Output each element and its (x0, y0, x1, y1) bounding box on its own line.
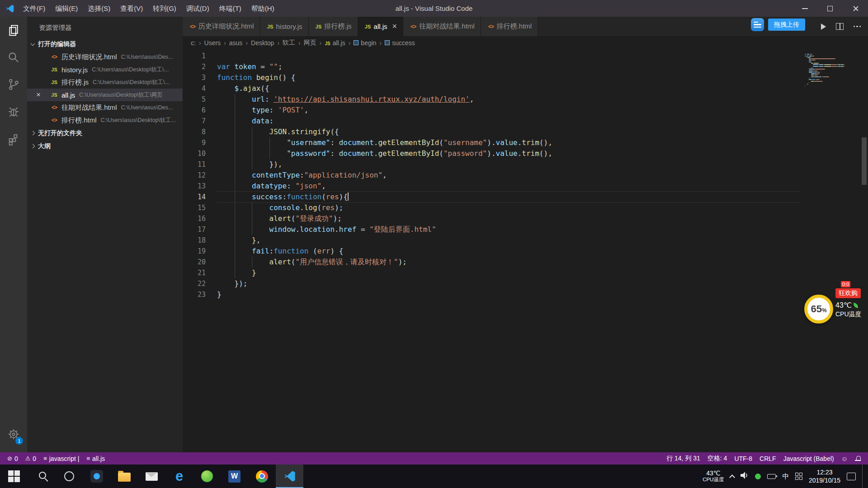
editor-tab[interactable]: all.js× (358, 17, 404, 36)
feedback-smiley-icon[interactable]: ☺ (838, 452, 851, 465)
code-line[interactable]: 1 (183, 51, 800, 61)
line-number[interactable]: 10 (183, 148, 217, 159)
tray-cpu-widget[interactable]: 43℃ CPU温度 (703, 469, 724, 483)
code-line[interactable]: 16 alert("登录成功"); (183, 213, 800, 224)
chat-taskbar-button[interactable] (83, 465, 110, 488)
line-number[interactable]: 14 (183, 192, 217, 202)
editor-tab[interactable]: 历史详细状况.html (183, 17, 260, 36)
breadcrumb-item[interactable]: all.js (325, 39, 345, 47)
line-number[interactable]: 12 (183, 170, 217, 181)
menu-item[interactable]: 转到(G) (148, 0, 181, 17)
clock[interactable]: 12:23 2019/10/15 (809, 468, 840, 484)
code-line[interactable]: 20 alert("用户信息错误，请及时核对！"); (183, 257, 800, 267)
breadcrumb-item[interactable]: 网页 (304, 39, 316, 47)
line-number[interactable]: 11 (183, 159, 217, 170)
code-line[interactable]: 13 datatype: "json", (183, 181, 800, 192)
line-number[interactable]: 18 (183, 235, 217, 246)
code-line[interactable]: 7 data: (183, 116, 800, 127)
code-line[interactable]: 17 window.location.href = "登陆后界面.html" (183, 224, 800, 235)
line-number[interactable]: 1 (183, 51, 217, 61)
maximize-button[interactable] (817, 0, 843, 17)
code-line[interactable]: 18 }, (183, 235, 800, 246)
code-line[interactable]: 19 fail:function (err) { (183, 246, 800, 257)
status-item[interactable]: 空格: 4 (704, 452, 731, 465)
line-number[interactable]: 9 (183, 137, 217, 148)
code-line[interactable]: 5 url: 'https://api.shisanshui.rtxux.xyz… (183, 94, 800, 105)
code-area[interactable]: 12var token = "";3function begin() {4 $.… (183, 51, 800, 452)
editor-scrollbar[interactable] (862, 137, 867, 185)
touch-keyboard-icon[interactable] (795, 473, 802, 480)
menu-item[interactable]: 文件(F) (18, 0, 50, 17)
cpu-usage-gauge[interactable]: 65 % (804, 295, 833, 324)
code-line[interactable]: 6 type: 'POST', (183, 105, 800, 116)
show-desktop-strip[interactable] (862, 465, 864, 488)
line-number[interactable]: 4 (183, 83, 217, 94)
line-number[interactable]: 23 (183, 289, 217, 300)
close-button[interactable] (843, 0, 868, 17)
search-icon[interactable] (0, 44, 27, 71)
code-line[interactable]: 9 "username": document.getElementById("u… (183, 137, 800, 148)
promo-badge[interactable]: 狂欢购 (835, 288, 861, 298)
status-item[interactable]: UTF-8 (731, 452, 756, 465)
word-taskbar-button[interactable] (221, 465, 248, 488)
minimap[interactable] (805, 52, 857, 87)
line-number[interactable]: 20 (183, 257, 217, 267)
code-line[interactable]: 10 "password": document.getElementById("… (183, 148, 800, 159)
open-editor-item[interactable]: 排行榜.htmlC:\Users\asus\Desktop\软工... (27, 114, 183, 127)
settings-gear-icon[interactable]: 1 (0, 421, 27, 448)
debug-icon[interactable] (0, 98, 27, 125)
run-code-icon[interactable] (821, 23, 826, 30)
menu-item[interactable]: 选择(S) (83, 0, 115, 17)
status-item[interactable]: ≡all.js (83, 452, 108, 465)
antivirus-tray-icon[interactable] (755, 474, 761, 479)
line-number[interactable]: 7 (183, 116, 217, 127)
editor-tab[interactable]: 排行榜.js (309, 17, 358, 36)
code-line[interactable]: 14 success:function(res){ (183, 192, 800, 202)
menu-item[interactable]: 终端(T) (214, 0, 246, 17)
green-taskbar-button[interactable] (193, 465, 221, 488)
editor-tab[interactable]: 往期对战结果.html (403, 17, 481, 36)
explorer-taskbar-button[interactable] (110, 465, 138, 488)
split-editor-icon[interactable] (836, 23, 844, 30)
line-number[interactable]: 21 (183, 267, 217, 278)
menu-item[interactable]: 编辑(E) (50, 0, 83, 17)
status-item[interactable]: 行 14, 列 31 (663, 452, 704, 465)
search-taskbar-button[interactable] (28, 465, 55, 488)
menu-item[interactable]: 帮助(H) (246, 0, 279, 17)
editor-tab[interactable]: history.js (260, 17, 309, 36)
mail-taskbar-button[interactable] (138, 465, 165, 488)
line-number[interactable]: 5 (183, 94, 217, 105)
cloud-app-icon[interactable] (751, 18, 764, 31)
breadcrumb-item[interactable]: c: (191, 39, 196, 47)
line-number[interactable]: 13 (183, 181, 217, 192)
open-editor-item[interactable]: 排行榜.jsC:\Users\asus\Desktop\软工\... (27, 76, 183, 89)
start-taskbar-button[interactable] (0, 465, 28, 488)
hardware-tray-icon[interactable] (767, 474, 776, 479)
code-line[interactable]: 21 } (183, 267, 800, 278)
breadcrumb-item[interactable]: begin (354, 39, 376, 47)
breadcrumb-item[interactable]: Users (204, 39, 221, 47)
status-item[interactable]: ⊘0 (4, 452, 22, 465)
no-folder-header[interactable]: 无打开的文件夹 (27, 127, 183, 140)
close-file-icon[interactable]: × (36, 90, 41, 99)
cortana-taskbar-button[interactable] (55, 465, 83, 488)
breadcrumb-item[interactable]: success (385, 39, 415, 47)
volume-icon[interactable] (741, 472, 749, 481)
breadcrumb-item[interactable]: asus (229, 39, 243, 47)
line-number[interactable]: 8 (183, 127, 217, 137)
breadcrumb-item[interactable]: Desktop (251, 39, 274, 47)
explorer-icon[interactable] (0, 17, 27, 44)
line-number[interactable]: 3 (183, 72, 217, 83)
line-number[interactable]: 2 (183, 61, 217, 72)
drag-upload-button[interactable]: 拖拽上传 (768, 19, 805, 31)
open-editor-item[interactable]: 往期对战结果.htmlC:\Users\asus\Des... (27, 101, 183, 114)
vscode-taskbar-button[interactable] (276, 465, 303, 488)
code-line[interactable]: 3function begin() { (183, 72, 800, 83)
ime-indicator[interactable]: 中 (782, 472, 789, 481)
line-number[interactable]: 15 (183, 202, 217, 213)
editor-tab[interactable]: 排行榜.html (481, 17, 538, 36)
code-line[interactable]: 4 $.ajax({ (183, 83, 800, 94)
code-line[interactable]: 23} (183, 289, 800, 300)
close-tab-icon[interactable]: × (392, 22, 397, 31)
status-item[interactable]: Javascript (Babel) (780, 452, 838, 465)
